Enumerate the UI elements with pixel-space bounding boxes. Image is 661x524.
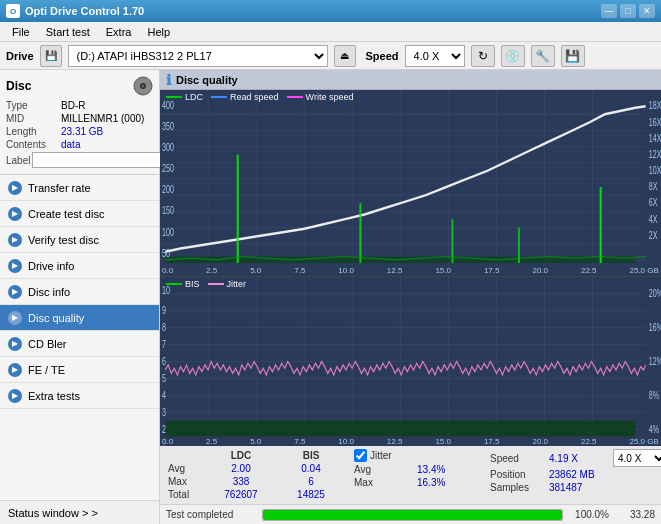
disc-icon-btn[interactable]: 💿: [501, 45, 525, 67]
fe-te-label: FE / TE: [28, 364, 65, 376]
speed-header-label: Speed: [490, 453, 545, 464]
disc-panel: Disc Type BD-R MID MILLENMR1 (000) Lengt…: [0, 70, 159, 175]
sidebar-item-create-test-disc[interactable]: ▶ Create test disc: [0, 201, 159, 227]
stats-total-ldc: 762607: [206, 488, 276, 501]
chart1-svg: 18X 16X 14X 12X 10X 8X 6X 4X 2X 400 350 …: [160, 90, 661, 276]
sidebar-item-drive-info[interactable]: ▶ Drive info: [0, 253, 159, 279]
menu-help[interactable]: Help: [139, 24, 178, 40]
minimize-button[interactable]: —: [601, 4, 617, 18]
cd-bler-label: CD Bler: [28, 338, 67, 350]
svg-text:12%: 12%: [649, 354, 661, 367]
progress-right-value: 33.28: [615, 509, 655, 520]
svg-text:4%: 4%: [649, 422, 660, 435]
progress-bar-inner: [263, 510, 562, 520]
menubar: File Start test Extra Help: [0, 22, 661, 42]
ldc-color: [166, 96, 182, 98]
legend-read-speed: Read speed: [211, 92, 279, 102]
menu-start-test[interactable]: Start test: [38, 24, 98, 40]
jitter-avg-value: 13.4%: [417, 464, 482, 475]
drive-label: Drive: [6, 50, 34, 62]
sidebar-item-cd-bler[interactable]: ▶ CD Bler: [0, 331, 159, 357]
svg-text:2: 2: [162, 422, 166, 435]
jitter-max-value: 16.3%: [417, 477, 482, 488]
sidebar-item-disc-info[interactable]: ▶ Disc info: [0, 279, 159, 305]
extra-tests-label: Extra tests: [28, 390, 80, 402]
settings-button[interactable]: 🔧: [531, 45, 555, 67]
stats-col-ldc: LDC: [206, 449, 276, 462]
type-value: BD-R: [61, 100, 153, 111]
jitter-color: [208, 283, 224, 285]
svg-text:3: 3: [162, 405, 166, 418]
stats-max-ldc: 338: [206, 475, 276, 488]
stats-max-label: Max: [166, 475, 206, 488]
label-input[interactable]: [32, 152, 165, 168]
legend-jitter: Jitter: [208, 279, 247, 289]
ldc-label: LDC: [185, 92, 203, 102]
titlebar-controls[interactable]: — □ ✕: [601, 4, 655, 18]
sidebar-item-transfer-rate[interactable]: ▶ Transfer rate: [0, 175, 159, 201]
cd-bler-icon: ▶: [8, 337, 22, 351]
chart2-container: BIS Jitter: [160, 277, 661, 446]
svg-text:150: 150: [162, 204, 174, 217]
bis-color: [166, 283, 182, 285]
eject-button[interactable]: ⏏: [334, 45, 356, 67]
speed-label: Speed: [366, 50, 399, 62]
svg-text:5: 5: [162, 371, 166, 384]
main-layout: Disc Type BD-R MID MILLENMR1 (000) Lengt…: [0, 70, 661, 524]
mid-key: MID: [6, 113, 61, 124]
nav-items: ▶ Transfer rate ▶ Create test disc ▶ Ver…: [0, 175, 159, 500]
length-key: Length: [6, 126, 61, 137]
menu-file[interactable]: File: [4, 24, 38, 40]
legend-ldc: LDC: [166, 92, 203, 102]
progress-percent: 100.0%: [569, 509, 609, 520]
titlebar-left: O Opti Drive Control 1.70: [6, 4, 144, 18]
stats-avg-label: Avg: [166, 462, 206, 475]
menu-extra[interactable]: Extra: [98, 24, 140, 40]
disc-icon: [133, 76, 153, 96]
contents-value: data: [61, 139, 153, 150]
stats-total-bis: 14825: [276, 488, 346, 501]
chart2-legend: BIS Jitter: [166, 279, 246, 289]
app-icon: O: [6, 4, 20, 18]
svg-text:100: 100: [162, 225, 174, 238]
drive-select[interactable]: (D:) ATAPI iHBS312 2 PL17: [68, 45, 328, 67]
sidebar-item-verify-test-disc[interactable]: ▶ Verify test disc: [0, 227, 159, 253]
sidebar-item-fe-te[interactable]: ▶ FE / TE: [0, 357, 159, 383]
stats-max-bis: 6: [276, 475, 346, 488]
maximize-button[interactable]: □: [620, 4, 636, 18]
sidebar: Disc Type BD-R MID MILLENMR1 (000) Lengt…: [0, 70, 160, 524]
verify-test-disc-icon: ▶: [8, 233, 22, 247]
status-text: Test completed: [166, 509, 256, 520]
sidebar-item-disc-quality[interactable]: ▶ Disc quality: [0, 305, 159, 331]
svg-text:14X: 14X: [649, 131, 661, 144]
speed-select2[interactable]: 4.0 X 2.0 X: [613, 449, 661, 467]
drive-icon: 💾: [40, 45, 62, 67]
transfer-rate-icon: ▶: [8, 181, 22, 195]
label-key: Label: [6, 155, 30, 166]
status-window-button[interactable]: Status window > >: [0, 500, 159, 524]
stats-avg-ldc: 2.00: [206, 462, 276, 475]
transfer-rate-label: Transfer rate: [28, 182, 91, 194]
jitter-checkbox[interactable]: [354, 449, 367, 462]
disc-quality-icon: ▶: [8, 311, 22, 325]
refresh-button[interactable]: ↻: [471, 45, 495, 67]
svg-text:12X: 12X: [649, 147, 661, 160]
type-key: Type: [6, 100, 61, 111]
disc-quality-label: Disc quality: [28, 312, 84, 324]
legend-write-speed: Write speed: [287, 92, 354, 102]
speed-select[interactable]: 4.0 X 2.0 X 8.0 X: [405, 45, 465, 67]
drive-info-label: Drive info: [28, 260, 74, 272]
jitter-label: Jitter: [227, 279, 247, 289]
svg-rect-25: [359, 203, 361, 263]
stats-col-bis: BIS: [276, 449, 346, 462]
chart2-xaxis: 0.02.55.07.510.012.515.017.520.022.525.0…: [160, 436, 661, 446]
jitter-check-label: Jitter: [370, 450, 392, 461]
save-button[interactable]: 💾: [561, 45, 585, 67]
close-button[interactable]: ✕: [639, 4, 655, 18]
sidebar-item-extra-tests[interactable]: ▶ Extra tests: [0, 383, 159, 409]
position-label: Position: [490, 469, 545, 480]
svg-text:20%: 20%: [649, 286, 661, 299]
svg-text:16%: 16%: [649, 320, 661, 333]
svg-text:250: 250: [162, 162, 174, 175]
samples-value: 381487: [549, 482, 609, 493]
